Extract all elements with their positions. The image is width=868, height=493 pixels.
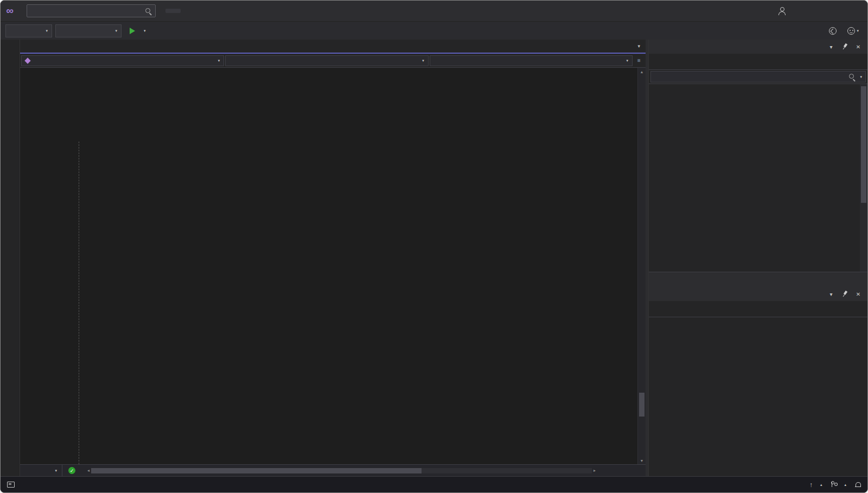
solution-explorer-panel: ▾ ✕ ▾	[649, 40, 867, 285]
quick-search[interactable]	[27, 4, 156, 17]
left-rail	[1, 40, 20, 476]
quick-search-input[interactable]	[30, 7, 145, 15]
chevron-down-icon: ▾	[422, 59, 424, 63]
main-area: ▾ ▾ ▾ ▾ ≡	[1, 40, 867, 476]
close-button[interactable]	[843, 1, 867, 21]
play-icon	[130, 28, 135, 34]
properties-toolbar	[649, 301, 867, 317]
background-tasks-icon[interactable]	[7, 482, 15, 488]
status-right: ↑ ▴ ▴	[809, 481, 861, 488]
user-icon	[778, 7, 786, 15]
branch-icon	[831, 481, 837, 488]
search-icon	[145, 8, 152, 15]
navigation-bar: ▾ ▾ ▾ ≡	[20, 54, 646, 68]
live-share-button[interactable]	[825, 24, 844, 37]
chevron-down-icon: ▾	[115, 29, 117, 33]
tree-scrollbar[interactable]	[860, 84, 867, 272]
scrollbar-track[interactable]	[91, 468, 592, 473]
status-bar: ↑ ▴ ▴	[1, 476, 867, 492]
maximize-button[interactable]	[818, 1, 843, 21]
solution-name[interactable]	[165, 9, 181, 13]
zoom-select[interactable]: ▾	[20, 465, 62, 476]
main-toolbar: ▾ ▾ ▾ ▾	[1, 21, 867, 40]
editor-bottom-bar: ▾ ✓ ◂ ▸	[20, 464, 646, 476]
pin-icon[interactable]	[840, 42, 849, 51]
scroll-left-icon[interactable]: ◂	[87, 468, 90, 473]
search-icon	[848, 73, 856, 80]
feedback-button[interactable]: ▾	[846, 24, 860, 37]
chevron-up-icon: ▴	[844, 483, 846, 487]
tab-bar-controls: ▾	[632, 40, 646, 53]
notifications-bell-icon[interactable]	[855, 482, 861, 488]
chevron-down-icon: ▾	[46, 29, 48, 33]
editor-group: ▾ ▾ ▾ ▾ ≡	[20, 40, 646, 476]
scroll-down-icon[interactable]: ▼	[638, 457, 646, 464]
solution-explorer-toolbar	[649, 54, 867, 70]
scrollbar-thumb[interactable]	[639, 393, 644, 417]
sign-in-button[interactable]	[768, 1, 793, 21]
title-bar: ∞	[1, 1, 867, 21]
types-dropdown[interactable]: ▾	[21, 55, 224, 66]
chevron-up-icon: ▴	[820, 483, 822, 487]
editor-horizontal-scrollbar[interactable]: ◂ ▸	[85, 465, 598, 476]
toolbar-right: ▾	[825, 24, 864, 37]
chevron-down-icon: ▾	[55, 469, 57, 473]
start-debugging-button[interactable]: ▾	[125, 24, 150, 37]
check-icon: ✓	[68, 467, 75, 474]
minimize-button[interactable]	[793, 1, 818, 21]
close-icon[interactable]: ✕	[854, 42, 863, 51]
panel-title-icons: ▾ ✕	[827, 42, 863, 51]
scrollbar-thumb[interactable]	[91, 468, 422, 473]
split-window-icon[interactable]: ≡	[634, 57, 644, 63]
scroll-up-icon[interactable]: ▲	[638, 68, 646, 75]
add-to-source-control-button[interactable]: ↑ ▴	[809, 482, 822, 488]
members-dropdown[interactable]: ▾	[430, 55, 633, 66]
right-panel: ▾ ✕ ▾	[648, 40, 867, 476]
select-repository-button[interactable]: ▴	[831, 481, 846, 488]
solution-platforms-select[interactable]: ▾	[55, 24, 122, 37]
chevron-down-icon: ▾	[857, 29, 859, 33]
solution-tree	[649, 84, 867, 272]
fold-guide-line	[79, 142, 79, 464]
status-left	[7, 482, 20, 488]
feedback-smiley-icon	[847, 27, 855, 35]
solution-search-row: ▾	[649, 70, 867, 84]
editor-status-cluster	[598, 465, 646, 476]
visual-studio-logo-icon: ∞	[1, 5, 19, 17]
solution-search-input[interactable]	[654, 74, 845, 80]
vs-window: ∞ ▾ ▾ ▾	[0, 0, 868, 493]
live-share-icon	[829, 27, 837, 35]
scroll-right-icon[interactable]: ▸	[593, 468, 596, 473]
properties-title-bar[interactable]: ▾ ✕	[649, 287, 867, 301]
code-editor: ▲ ▼	[20, 68, 646, 464]
scrollbar-thumb[interactable]	[861, 86, 866, 203]
chevron-down-icon[interactable]: ▾	[827, 42, 835, 51]
solution-configurations-select[interactable]: ▾	[5, 24, 52, 37]
properties-panel: ▾ ✕	[649, 287, 867, 476]
chevron-down-icon: ▾	[144, 29, 146, 33]
solution-explorer-title-bar[interactable]: ▾ ✕	[649, 40, 867, 54]
class-icon	[24, 57, 30, 63]
pin-icon[interactable]	[840, 290, 849, 298]
document-tab-bar: ▾	[20, 40, 646, 54]
chevron-down-icon[interactable]: ▾	[827, 290, 835, 298]
close-icon[interactable]: ✕	[854, 290, 863, 298]
panel-tab-bar	[649, 272, 867, 285]
active-files-dropdown-icon[interactable]: ▾	[637, 43, 640, 49]
chevron-down-icon: ▾	[218, 59, 220, 63]
chevron-down-icon: ▾	[626, 59, 628, 63]
properties-body	[649, 317, 867, 476]
editor-vertical-scrollbar[interactable]: ▲ ▼	[637, 68, 646, 464]
health-indicator[interactable]: ✓	[62, 467, 85, 474]
solution-search-box[interactable]: ▾	[650, 71, 866, 82]
panel-title-icons: ▾ ✕	[827, 290, 863, 298]
upload-icon: ↑	[809, 482, 813, 488]
chevron-down-icon: ▾	[860, 75, 862, 79]
code-viewport[interactable]	[20, 68, 637, 464]
scope-dropdown[interactable]: ▾	[225, 55, 428, 66]
window-controls	[793, 1, 867, 21]
